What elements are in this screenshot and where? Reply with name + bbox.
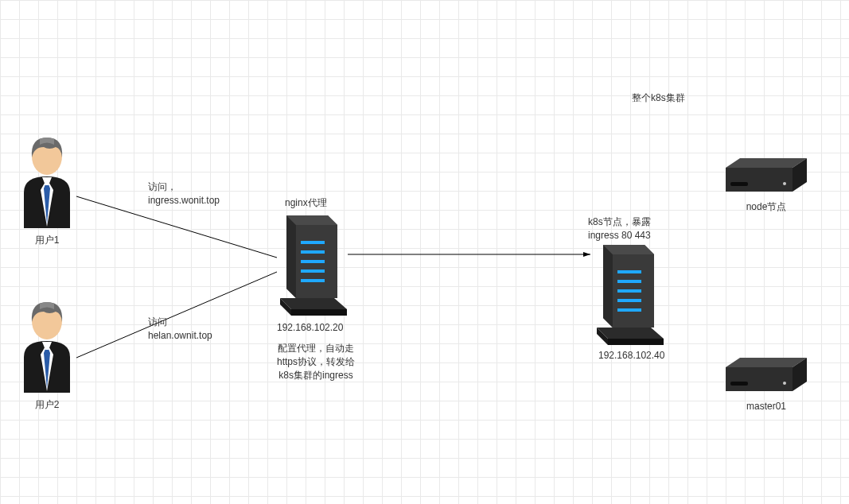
diagram-canvas: 整个k8s集群 用户1 访问， ingress.wonit.top 用户2 访问… [0, 0, 849, 504]
svg-marker-39 [726, 367, 793, 391]
svg-rect-20 [301, 269, 325, 273]
svg-rect-19 [301, 260, 325, 263]
server-tower-icon [594, 238, 665, 346]
svg-marker-26 [603, 245, 613, 328]
node-caption: node节点 [724, 200, 808, 214]
k8s-node-ip: 192.168.102.40 [598, 349, 664, 362]
svg-rect-18 [301, 250, 325, 254]
svg-rect-17 [301, 241, 325, 244]
master-device: master01 [724, 356, 808, 413]
nginx-title: nginx代理 [285, 196, 327, 210]
k8s-node-server [594, 238, 665, 348]
svg-marker-22 [597, 328, 664, 339]
edge-label-user1: 访问， ingress.wonit.top [148, 180, 220, 207]
nginx-server [277, 209, 349, 319]
connections-layer [0, 0, 849, 504]
nginx-desc: 配置代理，自动走 https协议，转发给 k8s集群的ingress [260, 342, 372, 382]
svg-rect-30 [617, 289, 641, 293]
svg-marker-15 [286, 215, 296, 298]
svg-rect-32 [617, 308, 641, 312]
svg-rect-36 [730, 182, 748, 186]
svg-line-1 [76, 272, 277, 358]
svg-rect-28 [617, 270, 641, 273]
svg-point-42 [783, 382, 786, 385]
svg-marker-11 [280, 298, 347, 309]
user1-caption: 用户1 [14, 234, 80, 247]
cluster-title: 整个k8s集群 [632, 91, 685, 105]
svg-rect-29 [617, 280, 641, 283]
edge-label-user2: 访问 helan.ownit.top [148, 316, 212, 343]
master-caption: master01 [724, 400, 808, 413]
person-icon [16, 297, 78, 393]
user2: 用户2 [14, 297, 80, 412]
server-tower-icon [277, 209, 349, 316]
node-device: node节点 [724, 157, 808, 214]
svg-rect-41 [730, 382, 748, 386]
person-icon [16, 133, 78, 228]
user1: 用户1 [14, 133, 80, 247]
device-box-icon [724, 157, 808, 195]
device-box-icon [724, 356, 808, 394]
nginx-ip: 192.168.102.20 [277, 321, 343, 335]
svg-point-37 [783, 182, 786, 185]
svg-rect-31 [617, 299, 641, 302]
svg-rect-21 [301, 279, 325, 282]
user2-caption: 用户2 [14, 398, 80, 412]
svg-marker-34 [726, 168, 793, 192]
svg-marker-24 [608, 339, 664, 345]
svg-marker-13 [291, 309, 347, 316]
